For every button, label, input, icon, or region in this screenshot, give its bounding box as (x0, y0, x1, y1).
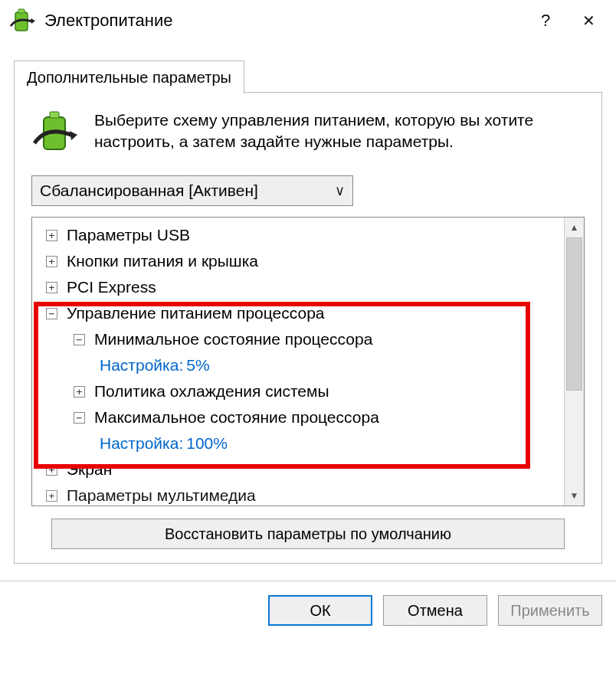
expand-icon[interactable]: + (46, 464, 57, 476)
tree-label: Управление питанием процессора (67, 304, 325, 322)
tree-node-cpu-min-setting[interactable]: Настройка: 5% (32, 352, 564, 378)
tab-panel: Дополнительные параметры Выберите схему … (14, 92, 602, 564)
tree-label: Параметры USB (67, 226, 190, 244)
triangle-up-icon: ▲ (570, 222, 579, 233)
svg-rect-3 (50, 112, 59, 118)
setting-label: Настройка: (100, 356, 183, 375)
expand-icon[interactable]: + (46, 256, 57, 267)
scroll-up-button[interactable]: ▲ (565, 218, 584, 237)
triangle-down-icon: ▼ (570, 490, 579, 501)
expand-icon[interactable]: + (46, 490, 57, 502)
settings-tree-container: + Параметры USB + Кнопки питания и крышк… (31, 217, 585, 506)
dialog-body: Дополнительные параметры Выберите схему … (0, 41, 616, 567)
tree-node-cpu-max-setting[interactable]: Настройка: 100% (32, 430, 564, 456)
tree-label: Политика охлаждения системы (94, 382, 329, 401)
help-icon: ? (541, 11, 550, 31)
tree-label: Параметры мультимедиа (67, 486, 256, 505)
intro-row: Выберите схему управления питанием, кото… (31, 110, 585, 155)
tree-label: PCI Express (67, 278, 156, 296)
tree-node-cpu-power[interactable]: − Управление питанием процессора (32, 300, 564, 326)
setting-label: Настройка: (100, 434, 183, 453)
tree-node-cpu-min-state[interactable]: − Минимальное состояние процессора (32, 326, 564, 352)
tree-node-buttons-lid[interactable]: + Кнопки питания и крышка (32, 248, 564, 274)
setting-value: 5% (186, 356, 209, 375)
tree-node-display[interactable]: + Экран (32, 456, 564, 483)
collapse-icon[interactable]: − (74, 334, 85, 345)
tree-node-cpu-max-state[interactable]: − Максимальное состояние процессора (32, 404, 564, 430)
cancel-button[interactable]: Отмена (383, 595, 487, 626)
power-plan-dropdown[interactable]: Сбалансированная [Активен] ∨ (31, 175, 353, 206)
settings-tree[interactable]: + Параметры USB + Кнопки питания и крышк… (32, 218, 564, 506)
tree-node-usb[interactable]: + Параметры USB (32, 222, 564, 248)
battery-large-icon (31, 110, 80, 155)
help-button[interactable]: ? (524, 0, 567, 41)
tree-node-multimedia[interactable]: + Параметры мультимедиа (32, 483, 564, 506)
window-title: Электропитание (44, 11, 524, 31)
tree-label: Максимальное состояние процессора (94, 408, 379, 427)
tab-advanced-settings[interactable]: Дополнительные параметры (14, 61, 244, 94)
expand-icon[interactable]: + (74, 386, 85, 398)
setting-value: 100% (186, 434, 228, 453)
scroll-thumb[interactable] (566, 237, 582, 391)
tree-node-cooling-policy[interactable]: + Политика охлаждения системы (32, 378, 564, 404)
collapse-icon[interactable]: − (46, 308, 57, 319)
svg-rect-1 (18, 9, 25, 13)
scroll-down-button[interactable]: ▼ (565, 486, 584, 506)
tree-node-pci-express[interactable]: + PCI Express (32, 274, 564, 300)
scrollbar[interactable]: ▲ ▼ (564, 218, 584, 506)
battery-icon (9, 8, 37, 34)
close-icon: ✕ (582, 11, 595, 30)
intro-text: Выберите схему управления питанием, кото… (94, 110, 585, 153)
titlebar: Электропитание ? ✕ (0, 0, 616, 41)
apply-button[interactable]: Применить (498, 595, 602, 626)
expand-icon[interactable]: + (46, 282, 57, 293)
power-plan-selected: Сбалансированная [Активен] (40, 182, 258, 200)
ok-button[interactable]: ОК (268, 595, 372, 626)
expand-icon[interactable]: + (46, 230, 57, 241)
tree-label: Кнопки питания и крышка (67, 252, 258, 270)
close-button[interactable]: ✕ (567, 0, 610, 41)
tree-label: Минимальное состояние процессора (94, 330, 372, 348)
dialog-buttons: ОК Отмена Применить (0, 581, 616, 636)
collapse-icon[interactable]: − (74, 412, 85, 424)
chevron-down-icon: ∨ (335, 182, 345, 199)
restore-defaults-button[interactable]: Восстановить параметры по умолчанию (51, 519, 565, 549)
tree-label: Экран (67, 460, 112, 479)
